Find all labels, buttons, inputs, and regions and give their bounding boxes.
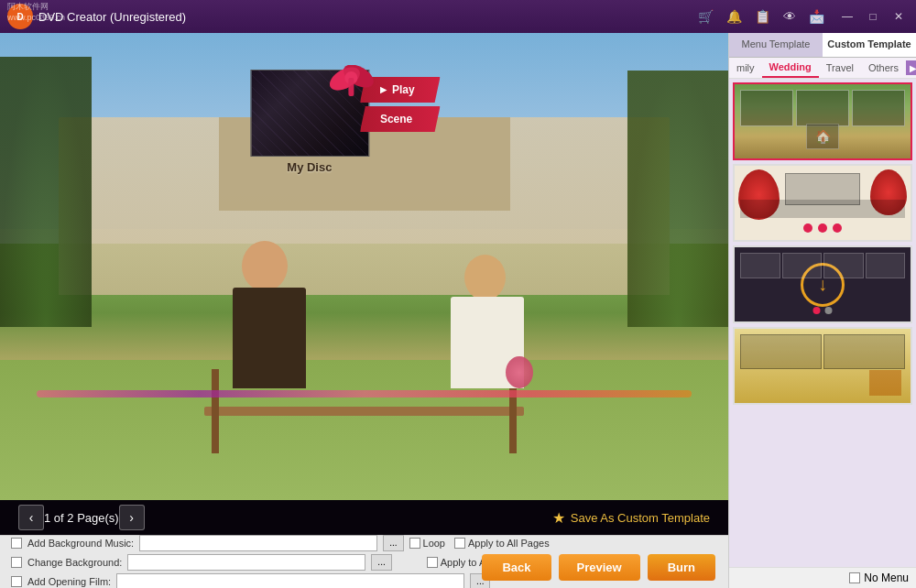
loop-label: Loop xyxy=(423,538,445,549)
main-layout: My Disc ▶ Play Scene ‹ 1 of 2 Page(s) › … xyxy=(0,33,916,588)
window-controls: — □ ✕ xyxy=(837,6,909,27)
category-row: mily Wedding Travel Others ▶ xyxy=(729,58,916,79)
template-item-3[interactable]: ↓ xyxy=(733,245,912,323)
template-3-photos xyxy=(740,253,905,278)
preview-button[interactable]: Preview xyxy=(559,554,640,581)
change-bg-label: Change Background: xyxy=(27,557,122,568)
t4-photo-1 xyxy=(740,334,822,369)
groom-head xyxy=(242,241,288,291)
template-item-4[interactable] xyxy=(733,327,912,405)
groom-figure xyxy=(233,241,306,388)
right-panel: Menu Template Custom Template mily Weddi… xyxy=(728,33,916,588)
apply-all-music-control: Apply to All Pages xyxy=(454,538,550,549)
no-menu-checkbox[interactable] xyxy=(849,572,860,583)
groom-body xyxy=(233,288,306,388)
tab-menu-template[interactable]: Menu Template xyxy=(729,33,823,57)
save-custom-template-button[interactable]: ★ Save As Custom Template xyxy=(552,509,710,527)
template-4-photos xyxy=(740,334,905,369)
navigation-bar: ‹ 1 of 2 Page(s) › ★ Save As Custom Temp… xyxy=(0,500,728,535)
no-menu-label: No Menu xyxy=(864,572,909,584)
t3-photo-3 xyxy=(823,253,864,278)
disc-title: My Disc xyxy=(250,160,369,174)
template-list: 🏠 xyxy=(729,79,916,567)
template-1-icon: 🏠 xyxy=(806,124,839,149)
t3-dot-1 xyxy=(813,307,821,314)
cat-others[interactable]: Others xyxy=(861,59,906,77)
next-page-button[interactable]: › xyxy=(119,505,145,530)
t4-photo-2 xyxy=(823,334,905,369)
t3-photo-2 xyxy=(782,253,823,278)
cat-travel[interactable]: Travel xyxy=(819,59,861,77)
burn-button[interactable]: Burn xyxy=(648,554,715,581)
bride-head xyxy=(464,255,506,300)
template-photo-3 xyxy=(852,90,905,126)
template-1-photos xyxy=(740,90,905,126)
bench-leg-left xyxy=(212,369,219,453)
clipboard-icon[interactable]: 📋 xyxy=(755,9,770,24)
template-item-2[interactable] xyxy=(733,164,912,242)
bouquet xyxy=(506,356,533,388)
bride-figure xyxy=(451,255,524,388)
action-buttons: Back Preview Burn xyxy=(482,554,715,581)
star-icon: ★ xyxy=(552,509,565,527)
mail-icon[interactable]: 📩 xyxy=(809,9,824,24)
tree-right xyxy=(627,71,728,328)
dvd-menu-overlay: My Disc ▶ Play Scene xyxy=(250,70,441,174)
loop-checkbox[interactable] xyxy=(409,538,420,549)
t3-photo-4 xyxy=(866,253,906,278)
ground xyxy=(0,360,728,500)
maximize-button[interactable]: □ xyxy=(863,6,883,27)
no-menu-row: No Menu xyxy=(729,567,916,588)
t4-bottom-element xyxy=(869,370,901,396)
opening-film-checkbox[interactable] xyxy=(11,576,22,587)
opening-film-input[interactable] xyxy=(116,573,464,589)
watermark: 阿木软件网 www.pc0359.cn xyxy=(7,2,65,23)
template-photo-1 xyxy=(740,90,793,126)
template-photo-2 xyxy=(796,90,849,126)
loop-control: Loop xyxy=(409,538,445,549)
bench-seat xyxy=(204,407,525,416)
minimize-button[interactable]: — xyxy=(837,6,857,27)
cat-family[interactable]: mily xyxy=(729,59,762,77)
apply-all-bg-checkbox[interactable] xyxy=(427,557,438,568)
bg-music-checkbox[interactable] xyxy=(11,538,22,549)
bell-icon[interactable]: 🔔 xyxy=(726,9,742,24)
titlebar: D DVD Creator (Unregistered) 阿木软件网 www.p… xyxy=(0,0,916,33)
template-4-bg xyxy=(735,329,911,403)
close-button[interactable]: ✕ xyxy=(889,6,909,27)
t3-dot-2 xyxy=(825,307,833,314)
template-item-1[interactable]: 🏠 xyxy=(733,82,912,160)
template-tabs: Menu Template Custom Template xyxy=(729,33,916,58)
apply-all-music-label: Apply to All Pages xyxy=(468,538,550,549)
template-2-bottom-photos xyxy=(740,200,905,218)
dot-2 xyxy=(818,223,827,233)
titlebar-icons: 🛒 🔔 📋 👁 📩 xyxy=(698,9,824,24)
bg-music-input[interactable] xyxy=(139,535,377,551)
dot-1 xyxy=(803,223,812,233)
template-3-bg: ↓ xyxy=(735,247,911,321)
bg-music-browse-button[interactable]: ... xyxy=(383,535,403,551)
bg-music-row: Add Background Music: ... Loop Apply to … xyxy=(11,535,717,551)
cart-icon[interactable]: 🛒 xyxy=(698,9,714,24)
dot-3 xyxy=(833,223,842,233)
preview-area: My Disc ▶ Play Scene ‹ 1 of 2 Page(s) › … xyxy=(0,33,728,588)
change-bg-browse-button[interactable]: ... xyxy=(371,554,391,571)
prev-page-button[interactable]: ‹ xyxy=(18,505,44,530)
template-2-dots xyxy=(803,223,842,233)
change-bg-input[interactable] xyxy=(127,554,365,571)
bg-music-label: Add Background Music: xyxy=(27,538,134,549)
t3-photo-1 xyxy=(740,253,780,278)
eye-icon[interactable]: 👁 xyxy=(783,9,796,24)
template-3-dots xyxy=(813,307,833,314)
template-2-bg xyxy=(735,166,911,240)
opening-film-label: Add Opening Film: xyxy=(27,576,111,587)
tab-custom-template[interactable]: Custom Template xyxy=(823,33,916,57)
page-indicator: 1 of 2 Page(s) xyxy=(44,511,119,525)
change-bg-checkbox[interactable] xyxy=(11,557,22,568)
template-1-bg: 🏠 xyxy=(735,84,911,158)
back-button[interactable]: Back xyxy=(482,554,551,581)
apply-all-music-checkbox[interactable] xyxy=(454,538,465,549)
ribbon-decoration xyxy=(326,65,376,111)
cat-next-arrow[interactable]: ▶ xyxy=(906,60,916,75)
cat-wedding[interactable]: Wedding xyxy=(762,58,819,78)
